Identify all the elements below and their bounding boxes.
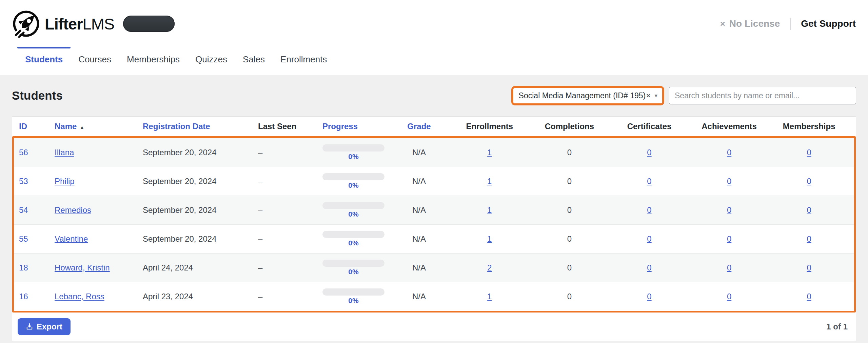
enrollments-link[interactable]: 2	[487, 263, 492, 272]
certificates-cell: 0	[609, 205, 689, 215]
tab-students[interactable]: Students	[17, 45, 71, 75]
student-id-link[interactable]: 16	[19, 292, 28, 301]
grade-cell: N/A	[389, 205, 450, 215]
progress-percent-label: 0%	[348, 153, 358, 161]
column-header-registration_date[interactable]: Registration Date	[143, 122, 258, 131]
column-header-grade[interactable]: Grade	[389, 122, 450, 131]
tab-sales[interactable]: Sales	[235, 45, 273, 75]
achievements-link[interactable]: 0	[727, 292, 731, 301]
column-header-memberships: Memberships	[769, 122, 849, 131]
student-name-link[interactable]: Lebanc, Ross	[55, 292, 104, 301]
sort-ascending-icon: ▲	[79, 124, 84, 130]
table-row: 55 Valentine September 20, 2024 – 0% N/A…	[14, 224, 854, 253]
progress-bar	[322, 144, 384, 152]
memberships-link[interactable]: 0	[807, 148, 811, 157]
enrollments-link[interactable]: 1	[487, 177, 492, 186]
course-filter-dropdown[interactable]: Social Media Management (ID# 195) × ▾	[513, 88, 662, 103]
completions-cell: 0	[530, 263, 610, 273]
table-footer: Export 1 of 1	[12, 312, 856, 341]
registration-date-cell: April 23, 2024	[143, 292, 258, 301]
memberships-link[interactable]: 0	[807, 234, 811, 243]
enrollments-link[interactable]: 1	[487, 205, 492, 215]
student-name-link[interactable]: Howard, Kristin	[55, 263, 110, 272]
student-id-link[interactable]: 56	[19, 148, 28, 157]
tab-courses[interactable]: Courses	[71, 45, 119, 75]
completions-cell: 0	[530, 234, 610, 244]
achievements-cell: 0	[689, 263, 769, 273]
dismiss-license-icon[interactable]: ×	[720, 19, 725, 29]
registration-date-cell: September 20, 2024	[143, 177, 258, 186]
student-id-link[interactable]: 54	[19, 205, 28, 215]
certificates-link[interactable]: 0	[647, 205, 651, 215]
id-cell: 18	[19, 263, 55, 273]
progress-percent-label: 0%	[348, 181, 358, 189]
certificates-link[interactable]: 0	[647, 263, 651, 272]
student-id-link[interactable]: 18	[19, 263, 28, 272]
table-row: 16 Lebanc, Ross April 23, 2024 – 0% N/A …	[14, 282, 854, 311]
table-row: 18 Howard, Kristin April 24, 2024 – 0% N…	[14, 253, 854, 282]
certificates-link[interactable]: 0	[647, 177, 651, 186]
achievements-link[interactable]: 0	[727, 177, 731, 186]
memberships-link[interactable]: 0	[807, 263, 811, 272]
column-header-last_seen: Last Seen	[258, 122, 322, 131]
remove-filter-icon[interactable]: ×	[646, 92, 650, 100]
tab-quizzes[interactable]: Quizzes	[188, 45, 235, 75]
export-button-label: Export	[37, 322, 62, 331]
registration-date-cell: April 24, 2024	[143, 263, 258, 273]
progress-percent-label: 0%	[348, 268, 358, 276]
progress-cell: 0%	[322, 231, 389, 247]
certificates-link[interactable]: 0	[647, 234, 651, 243]
enrollments-link[interactable]: 1	[487, 234, 492, 243]
student-name-link[interactable]: Remedios	[55, 205, 91, 215]
column-header-name[interactable]: Name▲	[55, 122, 143, 131]
achievements-link[interactable]: 0	[727, 263, 731, 272]
progress-bar	[322, 260, 384, 267]
certificates-cell: 0	[609, 177, 689, 186]
column-header-achievements: Achievements	[689, 122, 769, 131]
completions-cell: 0	[530, 205, 610, 215]
progress-percent-label: 0%	[348, 239, 358, 247]
student-name-link[interactable]: Valentine	[55, 234, 88, 243]
header-divider	[790, 18, 791, 30]
name-cell: Howard, Kristin	[55, 263, 143, 273]
registration-date-cell: September 20, 2024	[143, 148, 258, 157]
memberships-cell: 0	[769, 205, 849, 215]
get-support-link[interactable]: Get Support	[801, 18, 856, 29]
completions-cell: 0	[530, 148, 610, 157]
student-search-input[interactable]	[669, 87, 856, 104]
progress-percent-label: 0%	[348, 210, 358, 218]
student-id-link[interactable]: 55	[19, 234, 28, 243]
memberships-cell: 0	[769, 292, 849, 301]
achievements-link[interactable]: 0	[727, 205, 731, 215]
achievements-link[interactable]: 0	[727, 148, 731, 157]
table-header-row: IDName▲Registration DateLast SeenProgres…	[12, 117, 856, 136]
certificates-cell: 0	[609, 292, 689, 301]
export-button[interactable]: Export	[18, 318, 71, 335]
progress-bar	[322, 288, 384, 296]
tab-enrollments[interactable]: Enrollments	[273, 45, 335, 75]
tab-memberships[interactable]: Memberships	[119, 45, 188, 75]
memberships-link[interactable]: 0	[807, 205, 811, 215]
achievements-cell: 0	[689, 205, 769, 215]
column-header-id[interactable]: ID	[19, 122, 55, 131]
memberships-cell: 0	[769, 177, 849, 186]
achievements-link[interactable]: 0	[727, 234, 731, 243]
license-status-label: No License	[729, 18, 780, 29]
certificates-link[interactable]: 0	[647, 148, 651, 157]
grade-cell: N/A	[389, 234, 450, 244]
progress-cell: 0%	[322, 173, 389, 189]
enrollments-cell: 1	[450, 292, 530, 301]
certificates-link[interactable]: 0	[647, 292, 651, 301]
table-rows-highlighted-region: 56 Illana September 20, 2024 – 0% N/A 1 …	[12, 136, 856, 312]
student-name-link[interactable]: Philip	[55, 177, 75, 186]
student-id-link[interactable]: 53	[19, 177, 28, 186]
certificates-cell: 0	[609, 234, 689, 244]
enrollments-link[interactable]: 1	[487, 148, 492, 157]
enrollments-link[interactable]: 1	[487, 292, 492, 301]
column-header-progress[interactable]: Progress	[322, 122, 389, 131]
student-name-link[interactable]: Illana	[55, 148, 74, 157]
memberships-link[interactable]: 0	[807, 292, 811, 301]
name-cell: Valentine	[55, 234, 143, 244]
achievements-cell: 0	[689, 292, 769, 301]
memberships-link[interactable]: 0	[807, 177, 811, 186]
